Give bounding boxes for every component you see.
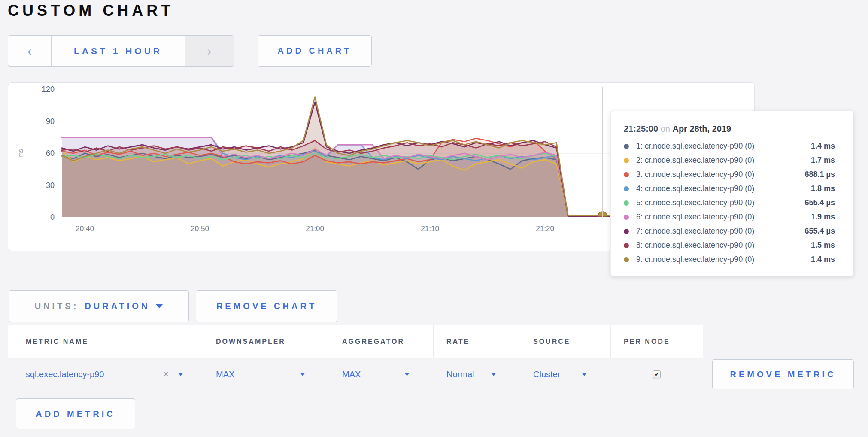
units-dropdown[interactable]: UNITS: DURATION bbox=[9, 290, 189, 322]
tooltip-series-label: 9: cr.node.sql.exec.latency-p90 (0) bbox=[636, 255, 806, 264]
header-aggregator: AGGREGATOR bbox=[329, 325, 434, 358]
chevron-down-icon bbox=[178, 373, 183, 376]
prev-time-button[interactable]: ‹ bbox=[8, 36, 51, 66]
downsampler-dropdown[interactable]: MAX bbox=[203, 358, 329, 391]
header-spacer bbox=[703, 325, 860, 358]
header-downsampler: DOWNSAMPLER bbox=[203, 325, 329, 358]
tooltip-series-value: 1.5 ms bbox=[811, 241, 835, 250]
tooltip-series-value: 1.8 ms bbox=[811, 184, 835, 193]
tooltip-legend-row: 9: cr.node.sql.exec.latency-p90 (0)1.4 m… bbox=[624, 252, 835, 267]
tooltip-legend-row: 8: cr.node.sql.exec.latency-p90 (0)1.5 m… bbox=[624, 238, 835, 252]
add-chart-button[interactable]: ADD CHART bbox=[258, 35, 372, 67]
page-title: CUSTOM CHART bbox=[8, 2, 174, 20]
x-tick-label: 21:00 bbox=[306, 225, 324, 233]
chevron-down-icon bbox=[300, 373, 305, 376]
tooltip-series-label: 2: cr.node.sql.exec.latency-p90 (0) bbox=[636, 156, 806, 165]
metric-name-value: sql.exec.latency-p90 bbox=[26, 370, 163, 379]
next-time-button[interactable]: › bbox=[185, 36, 234, 66]
series-dot-icon bbox=[624, 158, 629, 163]
tooltip-series-label: 3: cr.node.sql.exec.latency-p90 (0) bbox=[636, 170, 800, 179]
per-node-checkbox[interactable] bbox=[653, 370, 661, 378]
series-dot-icon bbox=[624, 257, 629, 262]
tooltip-series-value: 1.4 ms bbox=[811, 142, 835, 151]
tooltip-series-value: 1.4 ms bbox=[811, 255, 835, 264]
series-dot-icon bbox=[624, 200, 629, 206]
y-tick-label: 0 bbox=[50, 213, 55, 222]
series-dot-icon bbox=[624, 243, 629, 248]
header-rate: RATE bbox=[434, 325, 520, 358]
table-row: sql.exec.latency-p90 × MAX MAX Normal Cl… bbox=[8, 358, 860, 391]
series-dot-icon bbox=[624, 186, 629, 191]
source-dropdown[interactable]: Cluster bbox=[520, 358, 611, 391]
tooltip-series-label: 6: cr.node.sql.exec.latency-p90 (0) bbox=[636, 212, 806, 222]
tooltip-legend-row: 3: cr.node.sql.exec.latency-p90 (0)688.1… bbox=[624, 167, 835, 182]
x-tick-label: 20:40 bbox=[76, 225, 94, 233]
chevron-down-icon bbox=[582, 373, 587, 376]
header-metric-name: METRIC NAME bbox=[8, 325, 203, 358]
time-range-button[interactable]: LAST 1 HOUR bbox=[51, 36, 185, 66]
tooltip-time: 21:25:00 bbox=[624, 124, 658, 134]
remove-chart-button[interactable]: REMOVE CHART bbox=[196, 290, 337, 322]
clear-icon[interactable]: × bbox=[163, 369, 169, 380]
chevron-down-icon bbox=[404, 373, 410, 376]
chevron-down-icon bbox=[491, 373, 496, 376]
tooltip-legend-row: 6: cr.node.sql.exec.latency-p90 (0)1.9 m… bbox=[624, 210, 835, 224]
tooltip-series-label: 8: cr.node.sql.exec.latency-p90 (0) bbox=[636, 241, 806, 250]
tooltip-title: 21:25:00 on Apr 28th, 2019 bbox=[624, 124, 835, 134]
rate-dropdown[interactable]: Normal bbox=[434, 358, 520, 391]
tooltip-legend-row: 7: cr.node.sql.exec.latency-p90 (0)655.4… bbox=[624, 224, 835, 238]
header-source: SOURCE bbox=[520, 325, 611, 358]
y-axis-label: ms bbox=[17, 149, 24, 158]
tooltip-series-label: 7: cr.node.sql.exec.latency-p90 (0) bbox=[636, 227, 800, 236]
tooltip-series-value: 1.9 ms bbox=[811, 212, 835, 222]
aggregator-value: MAX bbox=[342, 370, 361, 379]
tooltip-legend-row: 2: cr.node.sql.exec.latency-p90 (0)1.7 m… bbox=[624, 153, 835, 167]
tooltip-series-value: 688.1 µs bbox=[805, 170, 835, 179]
rate-value: Normal bbox=[446, 370, 474, 379]
metrics-table: METRIC NAME DOWNSAMPLER AGGREGATOR RATE … bbox=[8, 325, 860, 391]
tooltip-legend: 1: cr.node.sql.exec.latency-p90 (0)1.4 m… bbox=[624, 139, 835, 267]
tooltip-date: Apr 28th, 2019 bbox=[672, 124, 731, 134]
series-dot-icon bbox=[624, 215, 629, 220]
series-dot-icon bbox=[624, 229, 629, 234]
aggregator-dropdown[interactable]: MAX bbox=[329, 358, 434, 391]
remove-metric-button[interactable]: REMOVE METRIC bbox=[712, 359, 854, 389]
tooltip-legend-row: 5: cr.node.sql.exec.latency-p90 (0)655.4… bbox=[624, 196, 835, 210]
chart-tooltip: 21:25:00 on Apr 28th, 2019 1: cr.node.sq… bbox=[610, 111, 853, 276]
tooltip-series-label: 4: cr.node.sql.exec.latency-p90 (0) bbox=[636, 184, 806, 193]
source-value: Cluster bbox=[533, 370, 560, 379]
table-header-row: METRIC NAME DOWNSAMPLER AGGREGATOR RATE … bbox=[8, 325, 860, 358]
add-metric-button[interactable]: ADD METRIC bbox=[16, 398, 135, 429]
y-tick-label: 60 bbox=[46, 149, 55, 158]
tooltip-series-value: 655.4 µs bbox=[805, 198, 835, 207]
metric-name-select[interactable]: sql.exec.latency-p90 × bbox=[8, 358, 203, 391]
tooltip-series-value: 655.4 µs bbox=[805, 227, 835, 236]
y-tick-label: 90 bbox=[46, 117, 55, 126]
remove-metric-cell: REMOVE METRIC bbox=[703, 358, 860, 391]
chevron-right-icon: › bbox=[207, 45, 212, 58]
x-tick-label: 21:10 bbox=[421, 225, 439, 233]
y-tick-label: 120 bbox=[42, 85, 55, 94]
tooltip-series-label: 5: cr.node.sql.exec.latency-p90 (0) bbox=[636, 198, 800, 207]
y-tick-label: 30 bbox=[46, 181, 55, 190]
tooltip-legend-row: 4: cr.node.sql.exec.latency-p90 (0)1.8 m… bbox=[624, 182, 835, 196]
per-node-cell bbox=[611, 358, 703, 391]
series-dot-icon bbox=[624, 144, 629, 149]
units-label: UNITS: bbox=[35, 301, 79, 311]
tooltip-series-label: 1: cr.node.sql.exec.latency-p90 (0) bbox=[636, 142, 806, 151]
custom-chart-page: CUSTOM CHART ‹ LAST 1 HOUR › ADD CHART 0… bbox=[0, 0, 868, 437]
chevron-down-icon bbox=[156, 304, 163, 308]
units-value: DURATION bbox=[85, 301, 150, 311]
series-dot-icon bbox=[624, 172, 629, 177]
x-tick-label: 20:50 bbox=[191, 225, 209, 233]
tooltip-on-word: on bbox=[661, 124, 670, 134]
x-tick-label: 21:20 bbox=[536, 225, 554, 233]
tooltip-series-value: 1.7 ms bbox=[811, 156, 835, 165]
header-per-node: PER NODE bbox=[611, 325, 703, 358]
chevron-left-icon: ‹ bbox=[27, 45, 32, 58]
time-window-selector: ‹ LAST 1 HOUR › bbox=[8, 35, 234, 67]
tooltip-legend-row: 1: cr.node.sql.exec.latency-p90 (0)1.4 m… bbox=[624, 139, 835, 153]
downsampler-value: MAX bbox=[216, 370, 234, 379]
